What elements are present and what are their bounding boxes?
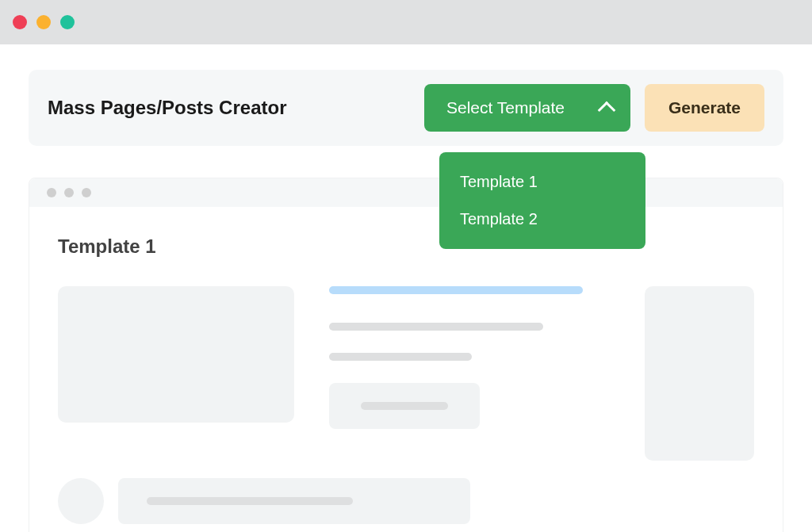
placeholder-text-column [329,286,610,461]
placeholder-avatar [58,478,104,524]
placeholder-wide-button-label [147,497,353,505]
preview-dot-icon [47,188,56,197]
generate-button[interactable]: Generate [645,84,764,132]
template-dropdown: Template 1 Template 2 [439,152,645,249]
placeholder-button-label [361,402,448,410]
chevron-up-icon [598,101,616,120]
select-template-label: Select Template [446,98,565,117]
preview-titlebar [29,178,783,207]
window-minimize-dot[interactable] [36,15,51,29]
header-bar: Mass Pages/Posts Creator Select Template… [29,70,783,146]
select-template-button[interactable]: Select Template [424,84,630,132]
dropdown-item-template-2[interactable]: Template 2 [439,201,645,238]
placeholder-text-bar [329,353,472,361]
page-title: Mass Pages/Posts Creator [48,97,410,119]
dropdown-item-template-1[interactable]: Template 1 [439,163,645,201]
placeholder-sidebar-block [645,286,754,461]
placeholder-text-bar [329,323,543,331]
window-titlebar [0,0,812,44]
window-maximize-dot[interactable] [60,15,75,29]
placeholder-wide-button [118,478,470,524]
placeholder-heading-bar [329,286,583,294]
generate-label: Generate [668,98,741,117]
placeholder-button [329,383,480,429]
template-preview-card: Template 1 [29,178,783,532]
preview-dot-icon [82,188,91,197]
window-close-dot[interactable] [13,15,27,29]
preview-title: Template 1 [58,235,754,258]
preview-dot-icon [64,188,74,197]
placeholder-image-block [58,286,294,423]
